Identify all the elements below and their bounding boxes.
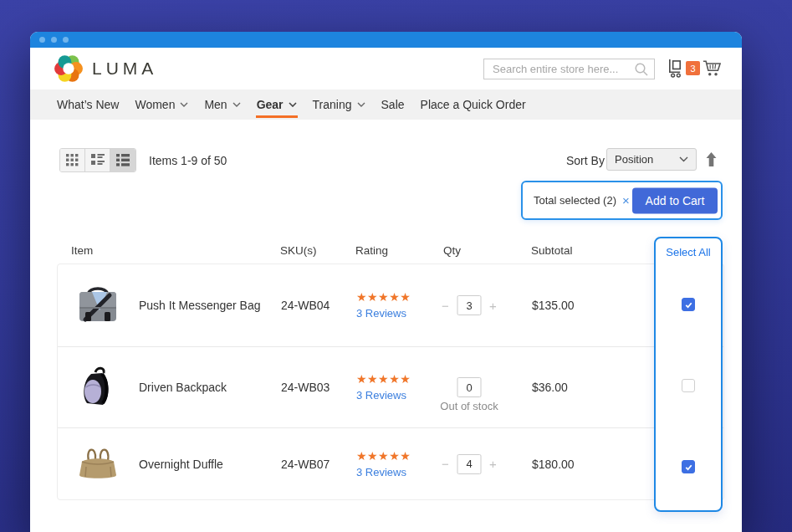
check-icon [684, 300, 693, 309]
column-header-subtotal: Subtotal [531, 244, 573, 257]
star-rating-icon: ★★★★★ [356, 373, 411, 386]
items-count: Items 1-9 of 50 [149, 154, 227, 167]
row-checkbox[interactable] [682, 379, 695, 392]
clear-selection-icon[interactable]: × [622, 193, 630, 207]
luma-logo[interactable]: LUMA [54, 54, 157, 84]
product-row: Driven Backpack 24-WB03 ★★★★★ 3 Reviews … [58, 346, 723, 427]
nav-item-men[interactable]: Men [204, 90, 240, 120]
column-header-qty: Qty [443, 244, 461, 257]
qty-decrease-button[interactable]: − [442, 299, 450, 313]
view-grid-button[interactable] [60, 149, 85, 171]
view-list-button[interactable] [110, 149, 135, 171]
qty-cell: − + [442, 454, 498, 474]
product-image-duffle[interactable] [74, 441, 121, 488]
nav-item-gear[interactable]: Gear [257, 90, 297, 120]
grid-icon [66, 154, 79, 166]
product-subtotal: $180.00 [532, 458, 575, 471]
reviews-link[interactable]: 3 Reviews [356, 389, 411, 402]
total-selected-label: Total selected (2) [534, 194, 616, 207]
view-mode-switcher [59, 148, 136, 172]
nav-item-whats-new[interactable]: What’s New [57, 90, 119, 120]
product-row: Overnight Duffle 24-WB07 ★★★★★ 3 Reviews… [58, 427, 723, 499]
sort-ascending-icon[interactable] [705, 152, 718, 166]
check-icon [684, 463, 693, 472]
product-name[interactable]: Driven Backpack [139, 381, 227, 394]
qty-cell: Out of stock [457, 377, 482, 397]
product-table: Push It Messenger Bag 24-WB04 ★★★★★ 3 Re… [57, 263, 724, 500]
store-header: LUMA 3 [30, 48, 742, 90]
list-icon [116, 154, 130, 166]
product-sku: 24-WB03 [281, 381, 330, 394]
nav-item-women[interactable]: Women [135, 90, 188, 120]
row-checkbox[interactable] [682, 298, 695, 311]
cart-count-badge: 3 [686, 61, 700, 75]
product-rating: ★★★★★ 3 Reviews [356, 450, 411, 478]
product-subtotal: $135.00 [532, 299, 575, 312]
window-control-dot[interactable] [51, 37, 57, 43]
main-nav: What’s New Women Men Gear Traning Sale P… [30, 90, 742, 120]
qty-increase-button[interactable]: + [489, 457, 498, 471]
window-titlebar [30, 32, 742, 48]
column-header-item: Item [71, 244, 93, 257]
sort-select[interactable]: Position [606, 148, 697, 171]
nav-item-sale[interactable]: Sale [381, 90, 405, 120]
quick-order-icon[interactable] [667, 59, 684, 78]
select-all-link[interactable]: Select All [656, 246, 721, 258]
add-to-cart-button[interactable]: Add to Cart [632, 187, 718, 213]
product-rating: ★★★★★ 3 Reviews [356, 291, 411, 320]
product-rating: ★★★★★ 3 Reviews [356, 373, 411, 402]
chevron-down-icon [232, 102, 241, 107]
search-input[interactable] [483, 59, 655, 79]
star-rating-icon: ★★★★★ [356, 450, 411, 463]
qty-input[interactable] [457, 377, 482, 397]
selection-panel: Total selected (2) × Add to Cart [521, 181, 723, 220]
chevron-down-icon [180, 102, 188, 107]
chevron-down-icon [289, 102, 297, 107]
product-name[interactable]: Overnight Duffle [139, 458, 223, 471]
reviews-link[interactable]: 3 Reviews [356, 307, 411, 320]
product-sku: 24-WB04 [281, 299, 330, 312]
cart-icon[interactable] [703, 59, 721, 77]
stock-status: Out of stock [440, 400, 498, 412]
search-box [483, 59, 655, 79]
chevron-down-icon [357, 102, 365, 107]
qty-input[interactable] [457, 454, 482, 474]
reviews-link[interactable]: 3 Reviews [356, 466, 411, 478]
product-subtotal: $36.00 [532, 381, 568, 394]
product-image-messenger-bag[interactable] [74, 282, 121, 329]
sort-by-label: Sort By [566, 154, 605, 167]
window-control-dot[interactable] [63, 37, 69, 43]
product-name[interactable]: Push It Messenger Bag [139, 299, 261, 312]
column-header-rating: Rating [355, 244, 388, 257]
luma-logo-icon [54, 54, 84, 84]
chevron-down-icon [679, 156, 688, 162]
qty-input[interactable] [457, 295, 482, 315]
view-grid-list-button[interactable] [85, 149, 110, 171]
qty-increase-button[interactable]: + [489, 299, 498, 313]
search-icon[interactable] [634, 62, 649, 77]
desktop-background: LUMA 3 [0, 0, 792, 532]
column-header-sku: SKU(s) [280, 244, 317, 257]
product-image-backpack[interactable] [74, 364, 121, 411]
browser-window: LUMA 3 [30, 32, 742, 532]
product-row: Push It Messenger Bag 24-WB04 ★★★★★ 3 Re… [58, 264, 723, 346]
window-control-dot[interactable] [39, 37, 45, 43]
page-content: Items 1-9 of 50 Sort By Position Total s… [30, 120, 742, 532]
grid-list-icon [91, 154, 105, 166]
row-checkbox[interactable] [682, 460, 695, 473]
logo-wordmark: LUMA [92, 59, 157, 79]
qty-decrease-button[interactable]: − [442, 457, 450, 471]
nav-item-traning[interactable]: Traning [313, 90, 365, 120]
star-rating-icon: ★★★★★ [356, 291, 411, 304]
nav-item-quick-order[interactable]: Place a Quick Order [421, 90, 526, 120]
qty-cell: − + [442, 295, 498, 315]
select-all-panel: Select All [654, 237, 723, 512]
product-sku: 24-WB07 [281, 458, 330, 471]
